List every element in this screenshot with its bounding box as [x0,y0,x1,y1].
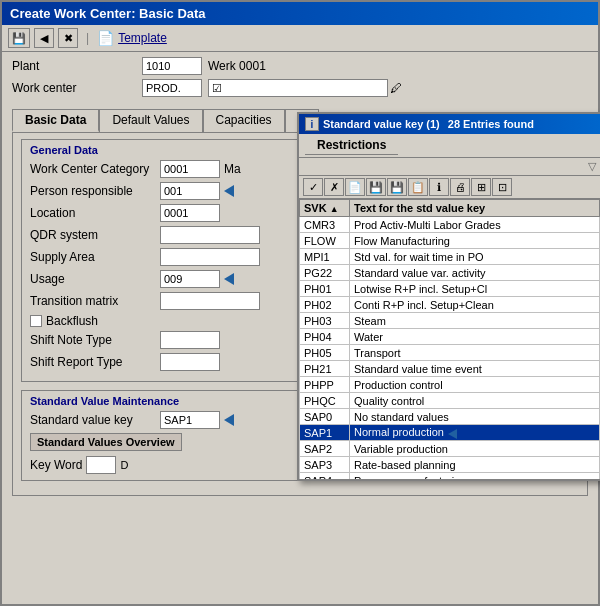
text-cell: Quality control [350,393,600,409]
svk-cell: CMR3 [300,217,350,233]
sn-input[interactable] [160,331,220,349]
plant-row: Plant Werk 0001 [12,57,588,75]
template-area: 📄 Template [97,30,167,46]
table-row[interactable]: FLOWFlow Manufacturing [300,233,600,249]
text-cell: Prod Activ-Multi Labor Grades [350,217,600,233]
filter-bar: ▽ [299,158,600,176]
svk-cell: SAP1 [300,425,350,441]
text-cell: Steam [350,313,600,329]
text-cell: Transport [350,345,600,361]
dd-copy-btn[interactable]: 📋 [408,178,428,196]
dropdown-overlay: i Standard value key (1) 28 Entries foun… [297,112,600,481]
svk-cell: SAP4 [300,473,350,480]
back-button[interactable]: ◀ [34,28,54,48]
restrictions-tab[interactable]: Restrictions [305,136,398,155]
text-cell: Std val. for wait time in PO [350,249,600,265]
table-row[interactable]: PHPPProduction control [300,377,600,393]
dd-grid-btn[interactable]: ⊞ [471,178,491,196]
table-row[interactable]: PH21Standard value time event [300,361,600,377]
header-form: Plant Werk 0001 Work center 🖊 [2,52,598,97]
svk-arrow [224,414,234,426]
usage-arrow [224,273,234,285]
backflush-checkbox[interactable] [30,315,42,327]
toolbar: 💾 ◀ ✖ | 📄 Template [2,25,598,52]
kw-col: D [120,459,128,471]
table-row[interactable]: PH01Lotwise R+P incl. Setup+Cl [300,281,600,297]
tab-capacities[interactable]: Capacities [203,109,285,132]
text-cell: Production control [350,377,600,393]
dd-save2-btn[interactable]: 💾 [387,178,407,196]
dropdown-table: SVK ▲ Text for the std value key CMR3Pro… [299,199,600,479]
svk-cell: SAP0 [300,409,350,425]
main-window: Create Work Center: Basic Data 💾 ◀ ✖ | 📄… [0,0,600,606]
pr-input[interactable] [160,182,220,200]
filter-icon: ▽ [588,160,596,173]
text-cell: No standard values [350,409,600,425]
usage-input[interactable] [160,270,220,288]
table-row[interactable]: SAP3Rate-based planning [300,457,600,473]
svk-input[interactable] [160,411,220,429]
dd-page-btn[interactable]: 📄 [345,178,365,196]
table-row[interactable]: CMR3Prod Activ-Multi Labor Grades [300,217,600,233]
template-label: Template [118,31,167,45]
sr-input[interactable] [160,353,220,371]
workcenter-input[interactable] [142,79,202,97]
table-row[interactable]: SAP4Process manufacturing [300,473,600,480]
table-row[interactable]: SAP0No standard values [300,409,600,425]
text-cell: Standard value var. activity [350,265,600,281]
qdr-input[interactable] [160,226,260,244]
svk-cell: PH01 [300,281,350,297]
text-cell: Standard value time event [350,361,600,377]
svk-cell: SAP3 [300,457,350,473]
table-row[interactable]: PHQCQuality control [300,393,600,409]
save-button[interactable]: 💾 [8,28,30,48]
col-svk[interactable]: SVK ▲ [300,200,350,217]
loc-input[interactable] [160,204,220,222]
edit-icon[interactable]: 🖊 [390,81,402,95]
dropdown-title: Standard value key (1) [323,118,440,130]
exit-button[interactable]: ✖ [58,28,78,48]
workcenter-label: Work center [12,81,142,95]
table-row[interactable]: PH02Conti R+P incl. Setup+Clean [300,297,600,313]
supply-input[interactable] [160,248,260,266]
table-row[interactable]: PH03Steam [300,313,600,329]
svk-cell: PHQC [300,393,350,409]
wcc-desc: Ma [224,162,241,176]
text-cell: Rate-based planning [350,457,600,473]
svo-bar: Standard Values Overview [30,433,182,451]
table-row[interactable]: SAP2Variable production [300,441,600,457]
usage-label: Usage [30,272,160,286]
kw-input[interactable] [86,456,116,474]
pr-label: Person responsible [30,184,160,198]
dd-print-btn[interactable]: 🖨 [450,178,470,196]
svk-label: Standard value key [30,413,160,427]
table-row[interactable]: PH04Water [300,329,600,345]
table-row[interactable]: MPI1Std val. for wait time in PO [300,249,600,265]
wcc-input[interactable] [160,160,220,178]
tab-basic-data[interactable]: Basic Data [12,109,99,132]
table-row[interactable]: SAP1Normal production [300,425,600,441]
entry-count: 28 Entries found [448,118,534,130]
tab-default-values[interactable]: Default Values [99,109,202,132]
workcenter-desc-input[interactable] [208,79,388,97]
trans-label: Transition matrix [30,294,160,308]
svo-label: Standard Values Overview [37,436,175,448]
plant-input[interactable] [142,57,202,75]
dd-x-btn[interactable]: ✗ [324,178,344,196]
dd-save-btn[interactable]: 💾 [366,178,386,196]
dd-check-btn[interactable]: ✓ [303,178,323,196]
plant-label: Plant [12,59,142,73]
dd-select-btn[interactable]: ⊡ [492,178,512,196]
plant-desc: Werk 0001 [208,59,266,73]
trans-input[interactable] [160,292,260,310]
table-row[interactable]: PG22Standard value var. activity [300,265,600,281]
text-cell: Process manufacturing [350,473,600,480]
supply-label: Supply Area [30,250,160,264]
svk-cell: FLOW [300,233,350,249]
table-row[interactable]: PH05Transport [300,345,600,361]
title-bar: Create Work Center: Basic Data [2,2,598,25]
svk-cell: SAP2 [300,441,350,457]
dd-info-btn[interactable]: ℹ [429,178,449,196]
col-text[interactable]: Text for the std value key [350,200,600,217]
sr-label: Shift Report Type [30,355,160,369]
